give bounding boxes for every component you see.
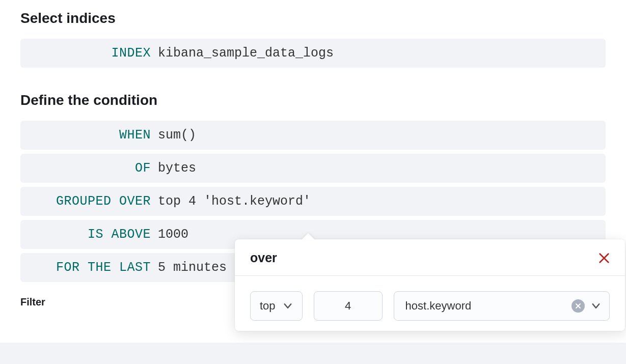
popover-arrow: [301, 233, 315, 240]
is-above-value: 1000: [158, 227, 188, 242]
size-input-wrapper: [314, 291, 383, 321]
field-combobox[interactable]: host.keyword: [394, 291, 610, 321]
grouped-over-popover: over top host.keyword: [235, 239, 625, 331]
define-condition-heading: Define the condition: [20, 92, 606, 108]
of-value: bytes: [158, 161, 196, 176]
close-icon: [598, 253, 610, 264]
close-icon: [575, 303, 581, 309]
when-label: WHEN: [20, 128, 158, 143]
chevron-down-icon: [283, 301, 293, 311]
direction-select-value: top: [260, 299, 276, 313]
popover-header: over: [235, 239, 625, 276]
grouped-over-label: GROUPED OVER: [20, 194, 158, 209]
index-value: kibana_sample_data_logs: [158, 46, 334, 61]
direction-select[interactable]: top: [250, 291, 303, 321]
when-expression[interactable]: WHEN sum(): [20, 121, 606, 150]
index-expression[interactable]: INDEX kibana_sample_data_logs: [20, 39, 606, 68]
grouped-over-value: top 4 'host.keyword': [158, 194, 311, 209]
for-the-last-label: FOR THE LAST: [20, 260, 158, 275]
chevron-down-icon: [591, 301, 601, 311]
field-clear-button[interactable]: [571, 299, 585, 313]
of-label: OF: [20, 161, 158, 176]
field-combobox-controls: [571, 299, 601, 313]
index-label: INDEX: [20, 46, 158, 61]
of-expression[interactable]: OF bytes: [20, 154, 606, 183]
select-indices-heading: Select indices: [20, 10, 606, 26]
size-input[interactable]: [325, 299, 371, 313]
field-combobox-value: host.keyword: [405, 299, 472, 313]
bottom-strip: [0, 343, 626, 364]
popover-body: top host.keyword: [235, 276, 625, 331]
for-the-last-value: 5 minutes: [158, 260, 227, 275]
popover-close-button[interactable]: [598, 253, 610, 264]
popover-title: over: [250, 250, 277, 265]
grouped-over-expression[interactable]: GROUPED OVER top 4 'host.keyword': [20, 187, 606, 216]
is-above-label: IS ABOVE: [20, 227, 158, 242]
when-value: sum(): [158, 128, 196, 143]
